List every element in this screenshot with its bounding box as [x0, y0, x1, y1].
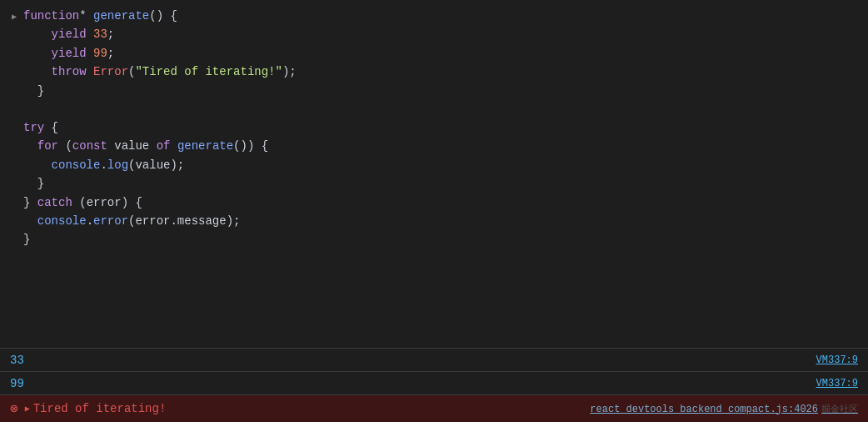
line-content: try {: [23, 118, 858, 137]
code-token: [87, 28, 93, 41]
code-line: }: [0, 174, 868, 193]
code-token: throw: [52, 65, 87, 78]
code-token: try: [23, 121, 44, 134]
code-token: log: [107, 158, 128, 172]
code-token: () {: [149, 9, 177, 23]
line-content: console.log(value);: [23, 156, 858, 174]
line-content: console.error(error.message);: [23, 212, 858, 230]
output-value: 99: [10, 377, 816, 390]
output-source-link[interactable]: VM337:9: [816, 354, 858, 366]
code-token: function: [23, 9, 79, 23]
error-source-text: react_devtools_backend_compact.js:4026: [590, 404, 818, 415]
code-panel: ▶function* generate() { yield 33; yield …: [0, 0, 868, 348]
output-row: 33VM337:9: [0, 349, 868, 372]
line-gutter: ▶: [0, 11, 23, 24]
code-token: [87, 47, 93, 60]
code-token: 99: [93, 47, 107, 60]
code-token: ;: [107, 28, 114, 41]
code-token: .: [87, 214, 93, 228]
code-token: *: [79, 9, 93, 23]
code-line: }: [0, 230, 868, 249]
output-source-link[interactable]: VM337:9: [816, 378, 858, 389]
error-message: Tired of iterating!: [33, 402, 591, 415]
code-token: error: [93, 214, 128, 228]
code-line: console.log(value);: [0, 156, 868, 174]
code-line: yield 99;: [0, 44, 868, 63]
error-expand-icon[interactable]: ▶: [25, 404, 30, 414]
code-token: const: [72, 139, 107, 153]
code-line: for (const value of generate()) {: [0, 137, 868, 155]
code-token: console: [52, 158, 101, 172]
code-token: [170, 139, 177, 153]
code-token: (value);: [128, 158, 184, 172]
code-token: console: [37, 214, 87, 228]
watermark-text: 掘金社区: [821, 404, 858, 414]
error-circle-icon: ⊗: [10, 400, 18, 417]
line-content: throw Error("Tired of iterating!");: [23, 63, 858, 81]
code-line: [0, 100, 868, 118]
code-token: (: [58, 139, 72, 153]
code-line: console.error(error.message);: [0, 212, 868, 230]
collapse-arrow-icon[interactable]: ▶: [12, 11, 17, 24]
code-token: 33: [93, 28, 107, 41]
code-token: [87, 65, 93, 78]
code-token: .: [100, 158, 107, 172]
code-token: yield: [52, 47, 87, 60]
output-value: 33: [10, 354, 816, 367]
line-content: } catch (error) {: [23, 193, 858, 212]
code-line: yield 33;: [0, 25, 868, 43]
error-source-link[interactable]: react_devtools_backend_compact.js:4026掘金…: [590, 403, 858, 415]
code-token: yield: [52, 28, 87, 41]
code-token: for: [37, 139, 58, 153]
code-token: (error) {: [72, 196, 142, 209]
code-token: }: [23, 84, 44, 98]
line-content: for (const value of generate()) {: [23, 137, 858, 155]
code-line: throw Error("Tired of iterating!");: [0, 63, 868, 81]
line-content: function* generate() {: [23, 7, 858, 25]
code-token: generate: [93, 9, 149, 23]
code-token: }: [23, 196, 37, 209]
line-content: yield 99;: [23, 44, 858, 63]
line-content: }: [23, 230, 858, 249]
code-token: ()) {: [233, 139, 268, 153]
code-token: catch: [37, 196, 72, 209]
code-token: (error.message);: [128, 214, 240, 228]
code-line: ▶function* generate() {: [0, 7, 868, 25]
output-section: 33VM337:999VM337:9⊗▶Tired of iterating!r…: [0, 348, 868, 422]
code-token: }: [37, 177, 44, 190]
code-line: }: [0, 82, 868, 100]
output-row: 99VM337:9: [0, 372, 868, 395]
error-row: ⊗▶Tired of iterating!react_devtools_back…: [0, 395, 868, 422]
code-token: }: [23, 233, 30, 246]
code-token: Error: [93, 65, 128, 78]
code-token: {: [44, 121, 58, 134]
code-token: );: [282, 65, 297, 78]
devtools-panel: ▶function* generate() { yield 33; yield …: [0, 0, 868, 422]
line-content: yield 33;: [23, 25, 858, 43]
code-token: "Tired of iterating!": [135, 65, 282, 78]
code-token: of: [157, 139, 171, 153]
code-token: ;: [107, 47, 114, 60]
code-token: generate: [177, 139, 233, 153]
code-line: } catch (error) {: [0, 193, 868, 212]
code-token: value: [107, 139, 157, 153]
line-content: }: [23, 174, 858, 193]
code-line: try {: [0, 118, 868, 137]
line-content: }: [23, 82, 858, 100]
